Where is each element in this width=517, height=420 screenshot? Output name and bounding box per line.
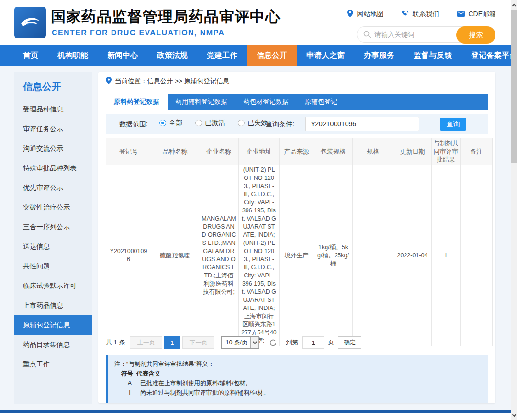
nav-item[interactable]: 监督与反馈	[404, 45, 461, 66]
data-scope-label: 数据范围:	[119, 120, 148, 129]
tab[interactable]: 原辅包登记	[297, 94, 346, 110]
tab-bar: 原料药登记数据药用辅料登记数据药包材登记数据原辅包登记	[106, 94, 488, 110]
table-cell: I	[432, 165, 461, 346]
tab[interactable]: 药用辅料登记数据	[168, 94, 236, 110]
nav-item[interactable]: 党建工作	[197, 45, 247, 66]
note-entry: I尚未通过与制剂共同审评审批的原料/辅料/包材。	[114, 388, 481, 398]
nav-item[interactable]: 机构职能	[48, 45, 98, 66]
search-submit-button[interactable]: 搜索	[456, 26, 495, 44]
tab[interactable]: 药包材登记数据	[236, 94, 297, 110]
sidebar-item[interactable]: 沟通交流公示	[14, 139, 92, 158]
nav-item[interactable]: 政策法规	[147, 45, 197, 66]
radio-option[interactable]: 已激活	[195, 119, 225, 127]
link-label: 联系我们	[412, 10, 439, 19]
sidebar-item[interactable]: 优先审评公示	[14, 178, 92, 198]
table-header-cell: 规格	[353, 138, 393, 165]
page-size-select[interactable]: 10 条/页	[221, 336, 259, 349]
sidebar: 信息公开 受理品种信息审评任务公示沟通交流公示特殊审批品种列表优先审评公示突破性…	[14, 72, 92, 404]
link-label: 网站地图	[357, 10, 383, 19]
query-input[interactable]	[305, 117, 419, 131]
query-submit-button[interactable]: 查询	[440, 118, 466, 131]
search-input[interactable]	[374, 27, 456, 42]
table-header-cell: 与制剂共同审评审批结果	[432, 138, 461, 165]
vertical-scrollbar[interactable]	[511, 0, 517, 420]
registration-table: 登记号品种名称企业名称企业地址产品来源包装规格规格更新日期与制剂共同审评审批结果…	[106, 138, 493, 346]
table-header-cell: 登记号	[106, 138, 151, 165]
note-symbol-col: 符号	[121, 370, 133, 377]
query-label: 查询条件:	[266, 120, 294, 129]
goto-unit: 页	[328, 338, 334, 347]
sidebar-item[interactable]: 特殊审批品种列表	[14, 158, 92, 178]
header-search: 搜索	[357, 26, 495, 43]
table-cell: MANGALAM DRUGS AND ORGANICS LTD.;MANGALA…	[199, 165, 239, 346]
cde-logo-icon	[18, 10, 42, 35]
sidebar-item[interactable]: 审评任务公示	[14, 119, 92, 139]
radio-option[interactable]: 全部	[159, 119, 182, 127]
sidebar-item[interactable]: 临床试验默示许可	[14, 276, 92, 296]
tab[interactable]: 原料药登记数据	[106, 94, 168, 110]
note-entry-meaning: 尚未通过与制剂共同审评审批的原料/辅料/包材。	[140, 388, 269, 398]
page-size-value: 10 条/页	[222, 339, 250, 347]
link-mail[interactable]: CDE邮箱	[457, 10, 496, 19]
note-meaning-col: 代表含义	[136, 370, 160, 377]
nav-item[interactable]: 登记备案平台	[461, 45, 517, 66]
note-entry-symbol: A	[125, 378, 135, 388]
refresh-icon	[269, 339, 277, 347]
next-page-button[interactable]: 下一页	[182, 336, 215, 349]
table-header-row: 登记号品种名称企业名称企业地址产品来源包装规格规格更新日期与制剂共同审评审批结果…	[106, 138, 493, 165]
radio-option[interactable]: 已失效	[238, 119, 268, 127]
sidebar-item[interactable]: 上市药品信息	[14, 296, 92, 315]
chevron-up-icon	[512, 3, 516, 7]
sidebar-item[interactable]: 原辅包登记信息	[14, 315, 92, 335]
radio-icon	[159, 120, 166, 126]
phone-icon	[402, 10, 409, 19]
nav-item[interactable]: 信息公开	[247, 45, 297, 66]
breadcrumb-text: 当前位置：信息公开 >> 原辅包登记信息	[115, 77, 229, 86]
radio-label: 全部	[169, 119, 182, 127]
goto-page-input[interactable]	[302, 336, 324, 349]
total-count: 共 1 条	[106, 338, 125, 347]
sidebar-item[interactable]: 突破性治疗公示	[14, 198, 92, 217]
sidebar-item[interactable]: 药品目录集信息	[14, 335, 92, 354]
table-cell: 1kg/桶。5kg/桶。25kg/桶	[314, 165, 353, 346]
note-title: 注：“与制剂共同审评审批结果”释义：	[114, 359, 481, 369]
sidebar-item[interactable]: 受理品种信息	[14, 99, 92, 119]
sidebar-item[interactable]: 共性问题	[14, 256, 92, 276]
footer-divider	[0, 410, 517, 413]
nav-item[interactable]: 办事服务	[354, 45, 404, 66]
nav-item[interactable]: 新闻中心	[98, 45, 147, 66]
table-cell: 硫酸羟氯喹	[151, 165, 199, 346]
site-header: 国家药品监督管理局药品审评中心 CENTER FOR DRUG EVALUATI…	[0, 0, 517, 45]
sidebar-item[interactable]: 重点工作	[14, 354, 92, 374]
map-pin-icon	[347, 10, 353, 19]
nav-item[interactable]: 首页	[13, 45, 48, 66]
page: 国家药品监督管理局药品审评中心 CENTER FOR DRUG EVALUATI…	[0, 0, 517, 420]
current-page-button[interactable]: 1	[164, 336, 180, 349]
scroll-down-button[interactable]	[511, 411, 517, 419]
nav-item[interactable]: 申请人之窗	[297, 45, 354, 66]
link-sitemap[interactable]: 网站地图	[347, 10, 383, 19]
chevron-down-icon	[250, 337, 259, 348]
link-contact[interactable]: 联系我们	[402, 10, 439, 19]
prev-page-button[interactable]: 上一页	[130, 336, 162, 349]
table-cell: 境外生产	[280, 165, 314, 346]
main-navbar: 首页机构职能新闻中心政策法规党建工作信息公开申请人之窗办事服务监督与反馈登记备案…	[0, 45, 517, 66]
table-header-cell: 企业名称	[199, 138, 239, 165]
refresh-button[interactable]	[269, 339, 277, 347]
sidebar-item[interactable]: 三合一序列公示	[14, 217, 92, 237]
site-subtitle: CENTER FOR DRUG EVALUATION, NMPA	[52, 29, 225, 37]
breadcrumb: 当前位置：信息公开 >> 原辅包登记信息	[106, 77, 229, 86]
confirm-button[interactable]: 确定	[338, 336, 361, 349]
site-logo[interactable]	[14, 7, 46, 38]
sidebar-item[interactable]: 送达信息	[14, 237, 92, 256]
filter-bar: 数据范围: 全部已激活已失效 查询条件: 查询	[106, 114, 488, 134]
note-entry: A已批准在上市制剂使用的原料/辅料/包材。	[114, 378, 481, 388]
table-body: Y20210001096硫酸羟氯喹MANGALAM DRUGS AND ORGA…	[106, 165, 493, 346]
scroll-thumb[interactable]	[511, 10, 517, 163]
note-entries: A已批准在上市制剂使用的原料/辅料/包材。I尚未通过与制剂共同审评审批的原料/辅…	[114, 378, 481, 398]
header-links: 网站地图 联系我们 CDE邮箱	[347, 10, 496, 19]
radio-label: 已激活	[205, 119, 225, 127]
scroll-up-button[interactable]	[511, 1, 517, 9]
site-title: 国家药品监督管理局药品审评中心	[51, 7, 281, 27]
table-cell: (UNIT-2) PLOT NO 1203., PHASE-Ⅲ, G.I.D.C…	[239, 165, 280, 346]
